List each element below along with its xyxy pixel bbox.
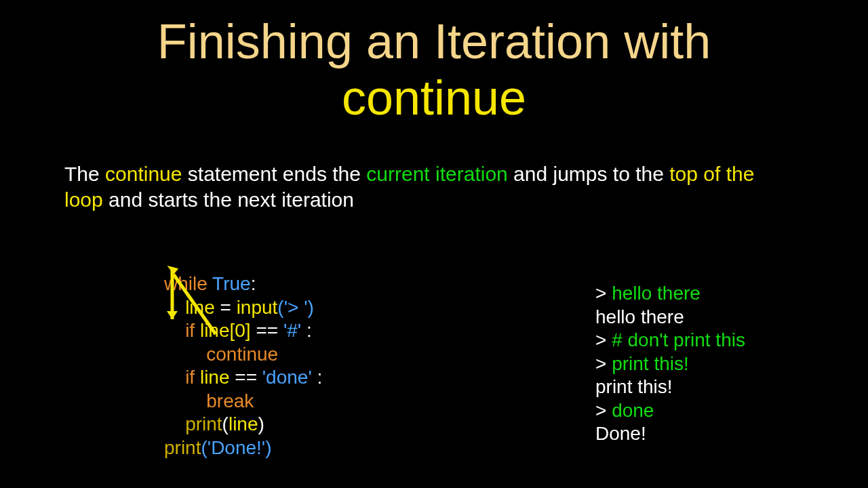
code-token: '#' — [283, 320, 301, 341]
code-token: == — [251, 320, 283, 341]
code-token: True — [212, 273, 251, 294]
body-seg: The — [64, 163, 105, 185]
code-token: == — [230, 367, 262, 388]
slide: Finishing an Iteration with continue The… — [0, 0, 868, 488]
title-line-1: Finishing an Iteration with — [157, 14, 711, 68]
code-token: = — [215, 297, 237, 318]
code-token: line — [200, 367, 230, 388]
body-seg: current iteration — [366, 163, 507, 185]
code-token: print — [164, 437, 201, 458]
body-seg: and starts the next iteration — [103, 188, 354, 211]
code-token: line — [229, 413, 258, 434]
code-indent — [164, 390, 206, 411]
body-seg: continue — [105, 163, 182, 185]
code-indent — [164, 320, 185, 341]
out-token: hello there — [595, 306, 684, 327]
code-token: if — [185, 320, 200, 341]
code-token: if — [185, 367, 200, 388]
code-token: print — [185, 413, 222, 434]
code-token: input — [237, 297, 278, 318]
title-line-2: continue — [342, 70, 526, 125]
code-indent — [164, 297, 185, 318]
body-seg: statement ends the — [182, 163, 366, 185]
code-token: line[0] — [200, 320, 251, 341]
code-token: while — [164, 273, 212, 294]
code-token: break — [206, 390, 254, 411]
out-token: # don't print this — [612, 329, 745, 350]
code-token: ) — [258, 413, 264, 434]
code-token: ('> ') — [277, 297, 313, 318]
code-token: : — [312, 367, 323, 388]
code-indent — [164, 344, 206, 365]
code-token: 'done' — [262, 367, 312, 388]
slide-title: Finishing an Iteration with continue — [0, 14, 868, 126]
out-token: > — [595, 329, 612, 350]
code-token: continue — [206, 344, 278, 365]
code-indent — [164, 413, 185, 434]
out-token: > — [595, 400, 612, 421]
code-token: : — [251, 273, 256, 294]
out-token: Done! — [595, 423, 646, 444]
out-token: print this! — [612, 353, 689, 374]
code-token: line — [185, 297, 215, 318]
body-seg: and jumps to the — [508, 163, 669, 185]
out-token: > — [595, 283, 612, 304]
out-token: hello there — [612, 283, 701, 304]
code-token: : — [301, 320, 312, 341]
code-token: ( — [222, 413, 229, 434]
output-block: > hello there hello there > # don't prin… — [595, 259, 745, 446]
code-indent — [164, 367, 185, 388]
out-token: print this! — [595, 376, 673, 397]
code-token: ('Done!') — [201, 437, 271, 458]
out-token: > — [595, 353, 612, 374]
body-text: The continue statement ends the current … — [64, 161, 797, 212]
code-block: while True: line = input('> ') if line[0… — [164, 249, 322, 460]
out-token: done — [612, 400, 654, 421]
